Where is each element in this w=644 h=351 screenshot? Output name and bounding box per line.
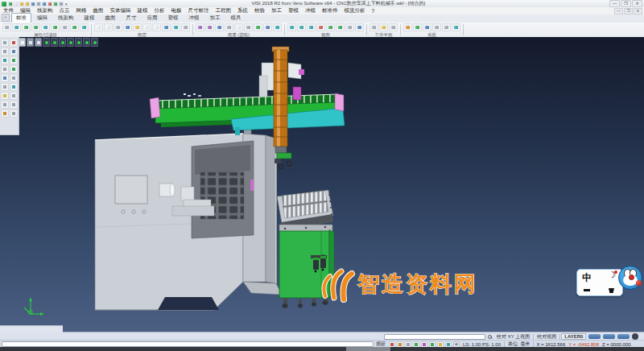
- layer-copy-icon[interactable]: [104, 23, 113, 31]
- rotate-view-icon[interactable]: [336, 23, 345, 31]
- view-rotate-icon[interactable]: [75, 38, 82, 47]
- shade-icon[interactable]: [345, 23, 354, 31]
- gantry-loader-rail[interactable]: [150, 93, 345, 135]
- gantry-z-axis-column[interactable]: [259, 47, 304, 147]
- tab-surface[interactable]: 曲面: [101, 13, 121, 23]
- print-icon[interactable]: [36, 2, 41, 6]
- refresh-icon[interactable]: [413, 23, 422, 31]
- view-zoom-icon[interactable]: [83, 38, 90, 47]
- layer-new-icon[interactable]: [94, 23, 103, 31]
- command-prompt-input[interactable]: [2, 341, 374, 347]
- child-minimize-button[interactable]: —: [614, 8, 623, 14]
- menu-machining[interactable]: 加工: [268, 7, 285, 14]
- select-edge-icon[interactable]: [244, 23, 253, 31]
- open-folder-icon[interactable]: [19, 2, 24, 6]
- ime-language-indicator[interactable]: 中: [582, 271, 592, 285]
- dock-tool-5-icon[interactable]: [1, 56, 9, 64]
- attribute-icon[interactable]: [2, 23, 11, 31]
- search-input[interactable]: [384, 334, 485, 340]
- viewport-shade-icon[interactable]: [27, 38, 34, 47]
- options-icon[interactable]: [452, 23, 460, 31]
- dock-tool-15-icon[interactable]: [1, 101, 9, 109]
- app-cube-icon[interactable]: [8, 2, 13, 6]
- select-face-icon[interactable]: [234, 23, 243, 31]
- layer-freeze-icon[interactable]: [152, 23, 161, 31]
- menu-mould[interactable]: 塑模: [285, 7, 302, 14]
- dock-tool-10-icon[interactable]: [10, 74, 18, 82]
- info-icon[interactable]: [423, 23, 431, 31]
- view-iso-icon[interactable]: [43, 38, 50, 47]
- workplane-new-icon[interactable]: [369, 23, 378, 31]
- layer-move-icon[interactable]: [114, 23, 122, 31]
- search-icon[interactable]: [487, 334, 493, 340]
- dock-tool-3-icon[interactable]: [1, 47, 9, 56]
- import-icon[interactable]: [25, 2, 30, 6]
- child-restore-button[interactable]: ❐: [624, 8, 633, 14]
- child-close-button[interactable]: ✕: [634, 8, 642, 14]
- menu-standard-parts[interactable]: 标准件: [319, 7, 341, 14]
- calculator-icon[interactable]: [403, 23, 412, 31]
- select-last-icon[interactable]: [273, 23, 282, 31]
- select-solid-icon[interactable]: [225, 23, 233, 31]
- probe-icon[interactable]: [70, 23, 79, 31]
- view-front-icon[interactable]: [59, 38, 66, 47]
- dock-tool-18-icon[interactable]: [10, 109, 18, 118]
- tab-wireframe[interactable]: 线架构: [53, 13, 79, 23]
- close-button[interactable]: ✕: [632, 0, 642, 7]
- viewport-layout-icon[interactable]: [19, 38, 26, 47]
- graphics-viewport[interactable]: 智造资料网 中 ☽: [0, 37, 644, 332]
- new-file-icon[interactable]: [14, 2, 19, 6]
- dock-tool-14-icon[interactable]: [10, 92, 18, 100]
- dock-tool-16-icon[interactable]: [10, 101, 18, 109]
- filter-on-icon[interactable]: [22, 23, 31, 31]
- toolbar-grip-icon[interactable]: ▪: [2, 14, 10, 22]
- tab-dimension[interactable]: 尺寸: [122, 13, 142, 23]
- tab-standard[interactable]: 标准: [11, 13, 31, 23]
- cnc-lathe-machine[interactable]: [95, 134, 282, 310]
- tab-application[interactable]: 应用: [142, 13, 163, 23]
- view-top-icon[interactable]: [51, 38, 58, 47]
- ime-skin-icon[interactable]: [609, 288, 614, 293]
- workplane-align-icon[interactable]: [379, 23, 388, 31]
- view-side-icon[interactable]: [67, 38, 74, 47]
- dock-tool-7-icon[interactable]: [1, 65, 9, 73]
- paste-icon[interactable]: [47, 2, 52, 6]
- zoom-in-icon[interactable]: [307, 23, 316, 31]
- copy-icon[interactable]: [42, 2, 47, 6]
- status-lock-icon[interactable]: [632, 333, 638, 340]
- pick-icon[interactable]: [60, 23, 69, 31]
- brush-icon[interactable]: [59, 2, 64, 6]
- match-icon[interactable]: [80, 23, 89, 31]
- minimize-button[interactable]: —: [609, 0, 620, 7]
- menu-die[interactable]: 冲模: [302, 7, 319, 14]
- layer-manager-icon[interactable]: [171, 23, 180, 31]
- model-canvas[interactable]: 智造资料网: [0, 37, 644, 332]
- select-invert-icon[interactable]: [254, 23, 262, 31]
- tab-tooling[interactable]: 模具: [226, 13, 246, 23]
- menu-verify[interactable]: 校验: [251, 7, 268, 14]
- mask-icon[interactable]: [51, 23, 60, 31]
- dock-tool-17-icon[interactable]: [1, 109, 9, 118]
- pan-icon[interactable]: [326, 23, 335, 31]
- layer-list-icon[interactable]: [162, 23, 171, 31]
- tab-edit[interactable]: 编辑: [32, 13, 52, 23]
- save-icon[interactable]: [31, 2, 35, 6]
- select-group-icon[interactable]: [263, 23, 272, 31]
- workplane-reset-icon[interactable]: [389, 23, 398, 31]
- tab-die[interactable]: 冲模: [184, 13, 204, 23]
- dock-tool-6-icon[interactable]: [10, 56, 18, 64]
- delete-icon[interactable]: [53, 2, 58, 6]
- maximize-button[interactable]: ❐: [621, 0, 631, 7]
- zoom-previous-icon[interactable]: [316, 23, 325, 31]
- dock-tool-12-icon[interactable]: [10, 83, 18, 91]
- measure-icon[interactable]: [432, 23, 441, 31]
- select-filter-icon[interactable]: [41, 23, 50, 31]
- view-list-icon[interactable]: [355, 23, 364, 31]
- select-all-icon[interactable]: [196, 23, 204, 31]
- layer-hide-icon[interactable]: [142, 23, 151, 31]
- menu-help[interactable]: ?: [369, 8, 378, 14]
- filter-off-icon[interactable]: [31, 23, 40, 31]
- tab-mould[interactable]: 塑模: [163, 13, 184, 23]
- tab-machining[interactable]: 加工: [205, 13, 225, 23]
- dock-tool-1-icon[interactable]: [1, 39, 9, 47]
